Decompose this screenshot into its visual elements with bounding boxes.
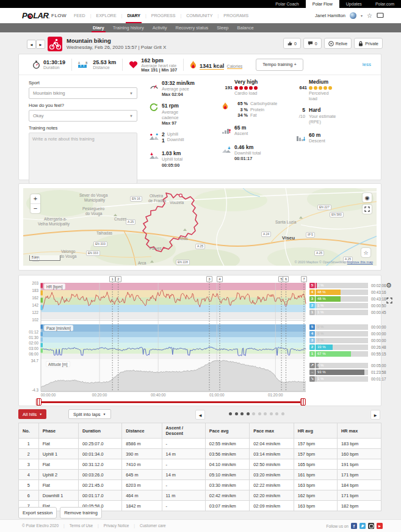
user-name[interactable]: Janet Hamilton (315, 13, 345, 18)
table-header-ascent-descent[interactable]: Ascent / Descent (162, 423, 205, 439)
table-row[interactable]: 1Flat00:25:07.08586 m-02:55 min/km02:04 … (19, 439, 381, 449)
less-link[interactable]: less (363, 62, 371, 67)
calories-value[interactable]: 1341 kcal (200, 63, 224, 70)
slider-right-handle[interactable] (300, 398, 306, 406)
carousel-dot[interactable] (240, 412, 244, 415)
table-row[interactable]: 5Flat00:21:45.06203 m-03:30 min/km02:22 … (19, 480, 381, 490)
table-cell: 160 bpm (338, 449, 381, 459)
nav-community[interactable]: COMMUNITY (181, 8, 217, 23)
lap-marker-7[interactable]: 7 (301, 276, 307, 282)
zone-percent: 48 % (317, 296, 326, 302)
like-button[interactable]: 0 (283, 38, 301, 49)
carousel-next-button[interactable]: ▶ (370, 410, 380, 420)
zone-time: 00:00:45 (371, 310, 386, 315)
next-session-button[interactable]: ▶ (36, 40, 45, 49)
lap-marker-2[interactable]: 2 (115, 276, 121, 282)
lap-marker-6[interactable]: 6 (283, 276, 289, 282)
zoom-out-button[interactable]: − (31, 204, 40, 213)
subnav-activity[interactable]: Activity (148, 23, 172, 32)
training-notes-input[interactable] (29, 133, 137, 184)
table-row[interactable]: 3Flat00:31:12.07410 m-04:10 min/km02:50 … (19, 459, 381, 470)
facebook-icon[interactable]: f (351, 523, 357, 529)
zoom-in-button[interactable]: + (31, 194, 40, 204)
terms-link[interactable]: Terms of Use (70, 523, 93, 528)
lap-marker-3[interactable]: 3 (206, 276, 212, 282)
subnav-training-history[interactable]: Training history (109, 23, 148, 32)
map-label: Cruzes (114, 217, 127, 221)
chart-range-slider[interactable] (39, 401, 303, 403)
link-polar-flow[interactable]: Polar Flow (306, 0, 339, 8)
notifications-icon[interactable] (377, 12, 384, 19)
favorites-star-icon[interactable]: ☆ (367, 13, 372, 19)
comment-button[interactable]: 0 (303, 38, 322, 49)
map-fullscreen-button[interactable] (363, 205, 372, 214)
export-session-button[interactable]: Export session (18, 507, 57, 519)
chart-expand-icon[interactable] (386, 295, 392, 306)
carousel-dot[interactable] (229, 412, 232, 415)
link-updates[interactable]: Updates (339, 0, 369, 8)
instagram-icon[interactable] (368, 523, 374, 529)
table-header-duration[interactable]: Duration (78, 423, 121, 439)
hills-filter-button[interactable]: All hills▼ (18, 409, 46, 419)
carousel-dot[interactable] (281, 412, 284, 415)
nav-feed[interactable]: FEED (69, 8, 90, 23)
table-header-distance[interactable]: Distance (122, 423, 162, 439)
cardio-load-level: Very high (234, 79, 294, 85)
training-benefit-button[interactable]: Tempo training + (256, 59, 303, 71)
link-polar-com[interactable]: Polar.com (369, 0, 401, 8)
slider-left-handle[interactable] (36, 398, 42, 406)
map-graphic[interactable]: Sever do Vouga Municipality Pessegueiro … (23, 188, 377, 266)
table-header-hr-avg[interactable]: HR avg (294, 423, 337, 439)
user-menu-caret-icon[interactable]: ▾ (361, 13, 363, 18)
table-header-no-[interactable]: No. (19, 423, 39, 439)
link-polar-coach[interactable]: Polar Coach (269, 0, 306, 8)
table-cell: 03:56 min/km (205, 449, 249, 459)
calories-label[interactable]: Calories (227, 64, 243, 70)
table-row[interactable]: 4Uphill 200:03:26.0645 m14 m05:10 min/km… (19, 470, 381, 480)
carousel-dot[interactable] (258, 412, 261, 415)
table-header-phase[interactable]: Phase (38, 423, 78, 439)
carousel-dot[interactable] (252, 412, 255, 415)
subnav-sleep[interactable]: Sleep (212, 23, 233, 32)
lap-marker-4[interactable]: 4 (217, 276, 223, 282)
table-cell: 03:07 min/km (205, 501, 249, 511)
nav-programs[interactable]: PROGRAMS (219, 8, 253, 23)
carousel-dot[interactable] (235, 412, 238, 415)
feel-select[interactable]: Okay▼ (29, 110, 137, 122)
relive-button[interactable]: Relive (324, 38, 352, 49)
nav-progress[interactable]: PROGRESS (146, 8, 181, 23)
carousel-prev-button[interactable]: ◀ (195, 410, 205, 420)
table-row[interactable]: 6Downhill 100:01:17.0464 m11 m02:42 min/… (19, 490, 381, 501)
nav-diary[interactable]: DIARY (122, 8, 145, 23)
privacy-button[interactable]: Private (354, 38, 383, 49)
subnav-balance[interactable]: Balance (233, 23, 258, 32)
remove-training-button[interactable]: Remove training (60, 507, 102, 519)
carousel-dot[interactable] (270, 412, 273, 415)
table-row[interactable]: 2Uphill 100:01:34.0390 m14 m03:56 min/km… (19, 449, 381, 459)
prev-session-button[interactable]: ◀ (27, 40, 36, 49)
carousel-dot[interactable] (247, 412, 250, 415)
zone-bar: 2 % (316, 283, 368, 288)
carousel-dot[interactable] (275, 412, 278, 415)
twitter-icon[interactable] (359, 523, 366, 529)
table-header-hr-max[interactable]: HR max (338, 423, 381, 439)
table-header-pace-avg[interactable]: Pace avg (205, 423, 249, 439)
chart-settings-gear-icon[interactable]: ⚙ (386, 282, 392, 290)
avatar[interactable] (350, 12, 356, 19)
customer-care-link[interactable]: Customer care (140, 523, 166, 528)
map-compass-icon[interactable]: ◉ (363, 193, 372, 202)
split-into-laps-button[interactable]: Split into laps▼ (68, 409, 111, 419)
privacy-link[interactable]: Privacy Notice (104, 523, 129, 528)
lap-marker-1[interactable]: 1 (109, 276, 115, 282)
subnav-recovery-status[interactable]: Recovery status (172, 23, 213, 32)
nav-explore[interactable]: EXPLORE (92, 8, 121, 23)
like-count: 0 (294, 42, 297, 46)
table-header-pace-max[interactable]: Pace max (250, 423, 294, 439)
sport-select[interactable]: Mountain biking▼ (29, 87, 137, 99)
carousel-dot[interactable] (264, 412, 267, 415)
polar-logo[interactable]: PLAR. (22, 11, 49, 20)
youtube-icon[interactable]: ▶ (377, 523, 383, 529)
improve-map-link[interactable]: Improve this map (347, 260, 373, 264)
map-favorite-star-button[interactable]: ☆ (361, 248, 370, 257)
subnav-diary[interactable]: Diary (89, 23, 109, 32)
